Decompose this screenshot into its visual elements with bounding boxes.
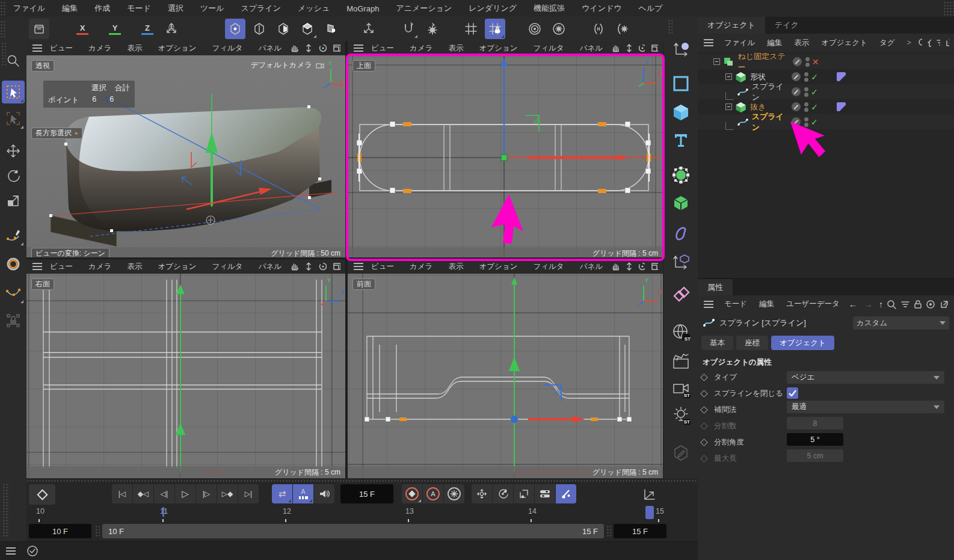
edges-mode-button[interactable] (249, 19, 269, 39)
tree-row-nuki[interactable]: 抜き ✓ (698, 99, 954, 114)
vp-menu-camera[interactable]: カメラ (402, 262, 440, 272)
keyframe-diamond-icon[interactable] (700, 390, 708, 398)
visibility-dots[interactable] (804, 102, 809, 112)
modeling-axis-button[interactable] (669, 250, 692, 273)
preset-dropdown[interactable]: カスタム (853, 316, 949, 330)
menubar-grip[interactable] (0, 1, 6, 16)
viewport-menu-icon[interactable] (354, 45, 363, 52)
sculpt-edit-button[interactable] (669, 442, 692, 464)
keyframe-selection-button[interactable] (29, 484, 55, 505)
make-editable-button[interactable] (29, 19, 49, 39)
edit-toggle-icon[interactable] (792, 72, 801, 81)
attr-filter-icon[interactable] (900, 299, 910, 310)
visibility-dots[interactable] (804, 72, 809, 82)
vp-menu-filter[interactable]: フィルタ (525, 43, 571, 54)
vp-menu-filter[interactable]: フィルタ (204, 43, 250, 54)
edit-toggle-icon[interactable] (792, 87, 801, 96)
enabled-cross-icon[interactable]: ✕ (810, 57, 821, 67)
om-menu-edit[interactable]: 編集 (761, 38, 788, 48)
axis-tool-button[interactable] (359, 19, 379, 39)
attr-lock-icon[interactable] (913, 299, 922, 310)
menu-spline[interactable]: スプライン (235, 3, 287, 14)
vp-menu-options[interactable]: オプション (471, 43, 525, 54)
generator-cube-button[interactable] (669, 191, 692, 214)
subdivision-surface-button[interactable] (669, 164, 692, 186)
range-end-field[interactable]: 15 F (614, 524, 666, 538)
menu-select[interactable]: 選択 (162, 3, 189, 14)
open-fcurve-editor-button[interactable] (638, 484, 662, 505)
keyframe-settings-button[interactable] (444, 484, 464, 503)
spline-pen-axis-button[interactable] (669, 38, 692, 61)
vp-menu-display[interactable]: 表示 (440, 43, 471, 54)
prev-frame-button[interactable]: ◁| (154, 484, 174, 503)
attr-menu-edit[interactable]: 編集 (753, 299, 780, 309)
toolbar-grip[interactable] (0, 20, 6, 37)
menu-help[interactable]: ヘルプ (633, 3, 669, 14)
sky-object-button[interactable]: ST (669, 321, 692, 344)
range-start-field[interactable]: 10 F (29, 524, 91, 538)
phong-tag-icon[interactable] (837, 102, 846, 111)
attributes-section-header[interactable]: オブジェクトの属性 (698, 352, 954, 370)
camera-indicator[interactable]: デフォルトカメラ (251, 60, 325, 70)
rectangle-spline-button[interactable] (669, 72, 692, 95)
rotate-view-icon[interactable] (637, 262, 645, 271)
rotate-view-icon[interactable] (318, 262, 327, 271)
viewport-h-divider[interactable] (26, 257, 664, 259)
top-canvas[interactable]: 上面 Z X グリッド間隔 : 5 cm (348, 55, 663, 259)
menu-create[interactable]: 作成 (88, 3, 116, 14)
record-parameters-button[interactable] (535, 484, 555, 503)
vp-menu-display[interactable]: 表示 (119, 43, 150, 54)
pan-hand-icon[interactable] (289, 262, 298, 271)
viewport-v-divider[interactable] (345, 41, 348, 478)
enabled-check-icon[interactable]: ✓ (809, 102, 820, 112)
viewport-menu-icon[interactable] (32, 45, 42, 52)
go-up-icon[interactable]: ↑ (876, 299, 887, 309)
interactive-render-region-button[interactable] (525, 19, 545, 39)
menu-mograph[interactable]: MoGraph (340, 4, 385, 13)
history-forward-icon[interactable]: → (861, 299, 876, 309)
maximize-view-icon[interactable] (331, 43, 340, 53)
record-position-button[interactable] (472, 484, 492, 503)
viewport-label-front[interactable]: 前面 (352, 278, 375, 290)
stage-object-button[interactable] (669, 350, 692, 373)
history-back-icon[interactable]: ← (846, 299, 861, 309)
viewport-front[interactable]: ビュー カメラ 表示 オプション フィルタ パネル (348, 259, 663, 478)
attr-target-icon[interactable] (925, 299, 935, 310)
rectangle-select-button[interactable] (2, 81, 25, 103)
edit-toggle-icon[interactable] (792, 102, 801, 111)
right-canvas[interactable]: 右面 Y Z グリッド間隔 : 5 cm (26, 274, 345, 478)
attr-panel-menu-icon[interactable] (704, 301, 713, 308)
om-external-icon[interactable] (944, 37, 949, 48)
light-object-button[interactable]: ST (669, 403, 692, 426)
vp-menu-view[interactable]: ビュー (363, 43, 402, 54)
z-axis-lock-button[interactable]: Z (137, 19, 158, 39)
autokey-track-button[interactable]: A (293, 484, 313, 503)
type-dropdown[interactable]: ベジエ (787, 371, 944, 384)
tree-row-keijou[interactable]: 形状 ✓ (698, 69, 954, 84)
maximize-view-icon[interactable] (650, 43, 658, 53)
menu-mesh[interactable]: メッシュ (292, 3, 336, 14)
range-bar-left-grip[interactable] (95, 525, 100, 537)
viewport-right[interactable]: ビュー カメラ 表示 オプション フィルタ パネル (26, 259, 345, 478)
tree-row-spline-1[interactable]: スプライン ✓ (698, 84, 954, 99)
keyframe-diamond-icon[interactable] (700, 438, 708, 446)
record-scale-button[interactable] (514, 484, 534, 503)
interpolation-dropdown[interactable]: 最適 (787, 401, 944, 413)
viewport-top[interactable]: ビュー カメラ 表示 オプション フィルタ パネル (348, 41, 663, 259)
autokey-button[interactable]: A (423, 484, 443, 503)
model-mode-button[interactable] (297, 19, 318, 39)
symmetry-button[interactable] (588, 19, 609, 39)
current-frame-field[interactable]: 15 F (340, 484, 393, 503)
cube-primitive-button[interactable] (669, 101, 692, 124)
range-slider[interactable]: 10 F 15 F (102, 524, 604, 538)
zoom-view-icon[interactable] (624, 262, 632, 271)
visibility-dots[interactable] (805, 57, 810, 67)
x-axis-lock-button[interactable]: X (72, 19, 93, 39)
menu-animation[interactable]: アニメーション (390, 3, 458, 14)
om-menu-object[interactable]: オブジェクト (815, 38, 873, 48)
deformer-button[interactable] (669, 223, 692, 245)
vp-menu-options[interactable]: オプション (150, 262, 204, 272)
texture-mode-button[interactable] (321, 19, 342, 39)
expand-toggle[interactable] (725, 73, 732, 80)
zoom-view-icon[interactable] (624, 43, 632, 53)
